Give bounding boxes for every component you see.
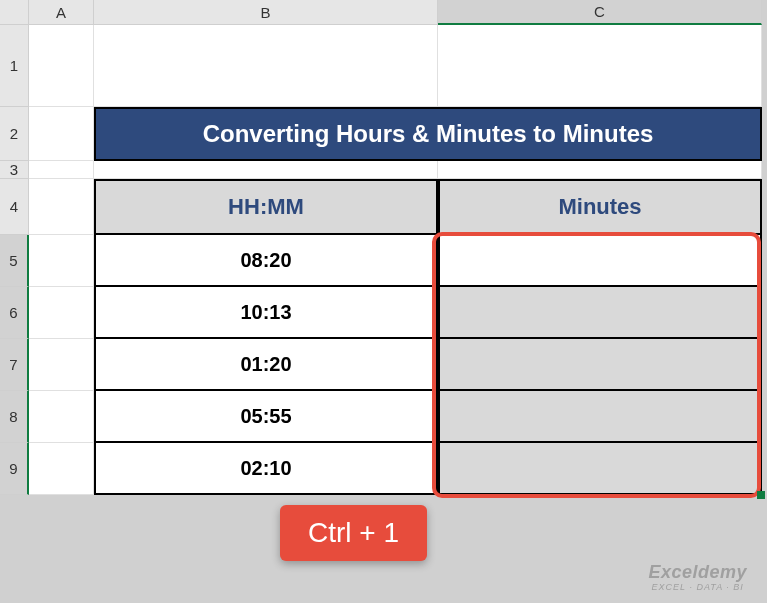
cell-c4[interactable]: Minutes (438, 179, 762, 235)
header-hhmm: HH:MM (94, 179, 438, 235)
keyboard-hint: Ctrl + 1 (280, 505, 427, 561)
col-header-a[interactable]: A (29, 0, 94, 25)
value-minutes-1 (438, 287, 762, 339)
col-header-b[interactable]: B (94, 0, 438, 25)
value-minutes-0 (438, 235, 762, 287)
row-header-7[interactable]: 7 (0, 339, 29, 391)
row-header-5[interactable]: 5 (0, 235, 29, 287)
cell-b1[interactable] (94, 25, 438, 107)
row-header-6[interactable]: 6 (0, 287, 29, 339)
value-hhmm-2: 01:20 (94, 339, 438, 391)
cell-a8[interactable] (29, 391, 94, 443)
value-minutes-3 (438, 391, 762, 443)
spreadsheet: A B C 1 2 3 4 5 6 7 8 9 Converting Hours… (0, 0, 767, 603)
cell-b3[interactable] (94, 161, 438, 179)
cell-c3[interactable] (438, 161, 762, 179)
cell-c5[interactable] (438, 235, 762, 287)
row-headers: 1 2 3 4 5 6 7 8 9 (0, 25, 29, 495)
cell-b6[interactable]: 10:13 (94, 287, 438, 339)
row-header-8[interactable]: 8 (0, 391, 29, 443)
cell-a7[interactable] (29, 339, 94, 391)
column-headers: A B C (29, 0, 762, 25)
cell-a6[interactable] (29, 287, 94, 339)
watermark: Exceldemy EXCEL · DATA · BI (648, 563, 747, 593)
header-minutes: Minutes (438, 179, 762, 235)
watermark-line2: EXCEL · DATA · BI (648, 583, 747, 593)
cell-b9[interactable]: 02:10 (94, 443, 438, 495)
value-minutes-4 (438, 443, 762, 495)
cell-b5[interactable]: 08:20 (94, 235, 438, 287)
cell-c1[interactable] (438, 25, 762, 107)
cell-a9[interactable] (29, 443, 94, 495)
row-header-1[interactable]: 1 (0, 25, 29, 107)
cell-a3[interactable] (29, 161, 94, 179)
value-hhmm-4: 02:10 (94, 443, 438, 495)
cell-a5[interactable] (29, 235, 94, 287)
col-header-c[interactable]: C (438, 0, 762, 25)
cell-a1[interactable] (29, 25, 94, 107)
value-hhmm-0: 08:20 (94, 235, 438, 287)
cell-b4[interactable]: HH:MM (94, 179, 438, 235)
grid: Converting Hours & Minutes to Minutes HH… (29, 25, 762, 495)
cell-a2[interactable] (29, 107, 94, 161)
select-all-corner[interactable] (0, 0, 29, 25)
cell-b7[interactable]: 01:20 (94, 339, 438, 391)
cell-a4[interactable] (29, 179, 94, 235)
row-header-4[interactable]: 4 (0, 179, 29, 235)
cell-c7[interactable] (438, 339, 762, 391)
row-header-2[interactable]: 2 (0, 107, 29, 161)
cell-c8[interactable] (438, 391, 762, 443)
fill-handle[interactable] (757, 491, 765, 499)
watermark-line1: Exceldemy (648, 563, 747, 583)
cell-b8[interactable]: 05:55 (94, 391, 438, 443)
row-header-3[interactable]: 3 (0, 161, 29, 179)
table-title: Converting Hours & Minutes to Minutes (94, 107, 762, 161)
value-minutes-2 (438, 339, 762, 391)
row-header-9[interactable]: 9 (0, 443, 29, 495)
cell-c6[interactable] (438, 287, 762, 339)
value-hhmm-1: 10:13 (94, 287, 438, 339)
value-hhmm-3: 05:55 (94, 391, 438, 443)
cell-c9[interactable] (438, 443, 762, 495)
title-cell[interactable]: Converting Hours & Minutes to Minutes (94, 107, 762, 161)
